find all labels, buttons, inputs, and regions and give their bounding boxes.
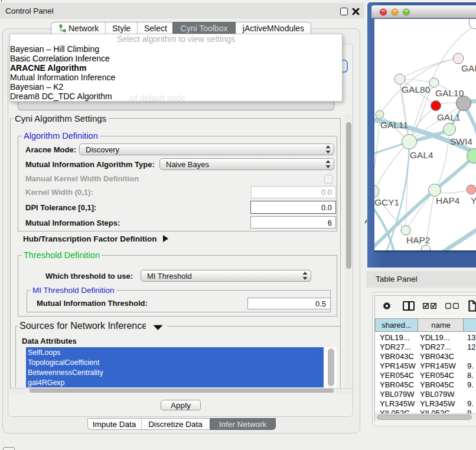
svg-text:HAP2: HAP2: [406, 235, 431, 245]
svg-text:GAL4: GAL4: [410, 150, 433, 160]
svg-text:GCY1: GCY1: [374, 197, 399, 207]
svg-text:HAP4: HAP4: [436, 195, 460, 206]
svg-text:GAL1: GAL1: [437, 112, 461, 122]
svg-text:SWI4: SWI4: [450, 136, 472, 146]
svg-text:GAL10: GAL10: [435, 88, 464, 98]
svg-text:GAL80: GAL80: [402, 84, 431, 94]
svg-text:GAL11: GAL11: [380, 120, 408, 130]
svg-text:GAL7: GAL7: [461, 63, 476, 73]
svg-text:Y: Y: [471, 195, 476, 206]
